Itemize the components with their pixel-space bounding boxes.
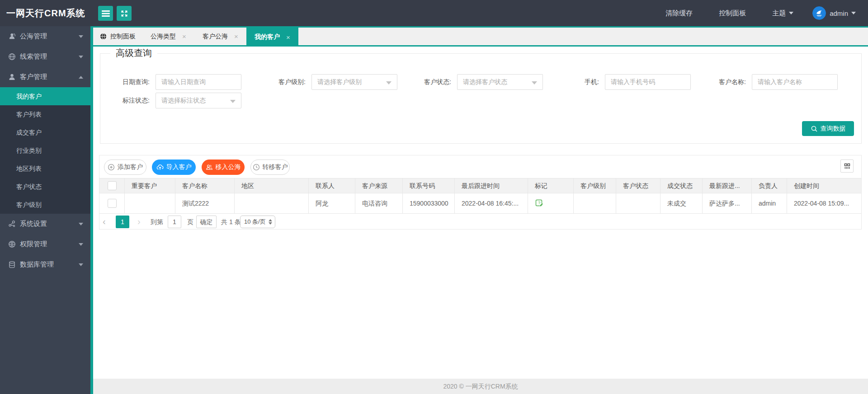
- cell-source: 电话咨询: [355, 193, 403, 213]
- prev-page-button[interactable]: ‹: [103, 216, 106, 228]
- cell-deal-status: 未成交: [660, 193, 703, 213]
- column-header[interactable]: 标记: [528, 178, 574, 193]
- column-header[interactable]: 联系号码: [403, 178, 455, 193]
- person-bust-icon: [8, 33, 16, 40]
- sidebar-item-leads[interactable]: 线索管理: [0, 47, 90, 67]
- customer-status-select[interactable]: 请选择客户状态: [457, 74, 543, 90]
- sidebar-item-settings[interactable]: 系统设置: [0, 214, 90, 234]
- close-icon[interactable]: ×: [234, 33, 238, 40]
- column-header[interactable]: 创建时间: [787, 178, 862, 193]
- cell-status: [616, 193, 660, 213]
- column-header[interactable]: 成交状态: [660, 178, 703, 193]
- mark-status-select[interactable]: 请选择标注状态: [156, 93, 241, 108]
- submenu-item-level[interactable]: 客户级别: [0, 196, 90, 214]
- column-header[interactable]: 最新跟进...: [703, 178, 752, 193]
- table-row[interactable]: 测试2222 阿龙 电话咨询 15900033000 2022-04-08 16…: [99, 193, 861, 214]
- mark-note-icon[interactable]: ?: [535, 199, 544, 208]
- page-size-select[interactable]: 10 条/页: [240, 216, 275, 228]
- column-header[interactable]: 地区: [235, 178, 309, 193]
- top-header: 一网天行CRM系统 清除缓存 控制面板 主题 admin: [0, 0, 868, 26]
- cloud-upload-icon: [156, 164, 164, 171]
- page-number-input[interactable]: 1: [168, 216, 181, 228]
- column-header[interactable]: 客户来源: [355, 178, 403, 193]
- cell-level: [574, 193, 616, 213]
- page-size-value: 10 条/页: [244, 218, 266, 226]
- tab-dashboard[interactable]: 控制面板: [93, 28, 142, 45]
- plus-circle-icon: [108, 164, 115, 171]
- submenu-item-industry[interactable]: 行业类别: [0, 141, 90, 159]
- sidebar-item-customers[interactable]: 客户管理: [0, 67, 90, 87]
- select-placeholder: 请选择客户状态: [463, 78, 507, 85]
- next-page-button[interactable]: ›: [137, 216, 141, 228]
- column-header[interactable]: 最后跟进时间: [455, 178, 528, 193]
- select-placeholder: 请选择标注状态: [161, 97, 206, 104]
- phone-input[interactable]: 请输入手机号码: [605, 74, 691, 90]
- query-data-button[interactable]: 查询数据: [802, 121, 854, 136]
- add-customer-button[interactable]: 添加客户: [104, 159, 146, 175]
- page-unit-label: 页: [187, 216, 193, 228]
- import-customer-button[interactable]: 导入客户: [152, 159, 196, 175]
- column-header[interactable]: 联系人: [309, 178, 355, 193]
- row-checkbox[interactable]: [108, 199, 117, 208]
- field-label: 标注状态:: [95, 97, 150, 105]
- column-header[interactable]: 客户名称: [175, 178, 235, 193]
- tab-label: 控制面板: [110, 33, 136, 41]
- chevron-down-icon: [79, 35, 83, 38]
- chevron-down-icon: [532, 81, 537, 84]
- cell-customer-name: 测试2222: [175, 193, 235, 213]
- select-all-checkbox[interactable]: [108, 181, 117, 190]
- close-icon[interactable]: ×: [286, 33, 290, 41]
- fullscreen-button[interactable]: [117, 6, 132, 21]
- date-query-input[interactable]: 请输入日期查询: [156, 74, 241, 90]
- fullscreen-icon: [121, 10, 128, 17]
- row-checkbox-cell: [99, 193, 125, 213]
- table-card: 添加客户 导入客户 移入公海 转移客户 重要客户 客户名称: [99, 155, 862, 230]
- submenu-item-my-customers[interactable]: 我的客户: [0, 87, 90, 105]
- people-icon: [206, 164, 213, 171]
- collapse-sidebar-button[interactable]: [98, 6, 113, 21]
- customer-level-select[interactable]: 请选择客户级别: [311, 74, 397, 90]
- query-button-label: 查询数据: [821, 125, 846, 133]
- select-placeholder: 请选择客户级别: [317, 78, 362, 85]
- user-menu[interactable]: admin: [830, 9, 848, 17]
- control-panel-link[interactable]: 控制面板: [719, 9, 746, 18]
- sidebar-item-permissions[interactable]: 权限管理: [0, 234, 90, 254]
- theme-menu[interactable]: 主题: [772, 9, 786, 18]
- globe-icon: [100, 33, 107, 40]
- close-icon[interactable]: ×: [182, 33, 186, 40]
- current-page[interactable]: 1: [116, 216, 129, 228]
- clear-cache-link[interactable]: 清除缓存: [665, 9, 693, 18]
- field-phone: 手机: 请输入手机号码: [545, 74, 691, 90]
- header-checkbox-cell: [99, 178, 125, 193]
- field-label: 手机:: [545, 78, 599, 86]
- main-content: 高级查询 日期查询: 请输入日期查询 客户级别: 请选择客户级别 客户状态: 请…: [93, 47, 868, 379]
- chevron-down-icon: [230, 100, 236, 103]
- advanced-query-panel: 高级查询 日期查询: 请输入日期查询 客户级别: 请选择客户级别 客户状态: 请…: [100, 53, 862, 144]
- confirm-page-button[interactable]: 确定: [196, 216, 217, 228]
- submenu-item-customer-list[interactable]: 客户列表: [0, 105, 90, 123]
- field-label: 客户级别:: [251, 78, 306, 86]
- sidebar-item-public-sea[interactable]: 公海管理: [0, 26, 90, 47]
- tab-public-sea-type[interactable]: 公海类型 ×: [142, 28, 194, 45]
- move-to-sea-button[interactable]: 移入公海: [202, 159, 245, 175]
- column-header[interactable]: 负责人: [752, 178, 787, 193]
- field-date-query: 日期查询: 请输入日期查询: [95, 74, 241, 90]
- submenu-item-status[interactable]: 客户状态: [0, 178, 90, 196]
- submenu-item-deal-customers[interactable]: 成交客户: [0, 123, 90, 141]
- column-header[interactable]: 客户状态: [616, 178, 660, 193]
- transfer-customer-button[interactable]: 转移客户: [250, 159, 290, 175]
- tab-customer-sea[interactable]: 客户公海 ×: [194, 28, 246, 45]
- globe-grid-icon: [8, 240, 16, 248]
- tab-my-customers[interactable]: 我的客户 ×: [246, 28, 298, 47]
- sidebar-item-database[interactable]: 数据库管理: [0, 254, 90, 275]
- tab-label: 公海类型: [151, 33, 176, 41]
- avatar[interactable]: [812, 6, 826, 20]
- column-header[interactable]: 客户级别: [574, 178, 616, 193]
- field-label: 日期查询:: [95, 78, 150, 86]
- column-settings-button[interactable]: [840, 159, 854, 173]
- customer-name-input[interactable]: 请输入客户名称: [752, 74, 838, 90]
- submenu-item-region[interactable]: 地区列表: [0, 159, 90, 178]
- column-header[interactable]: 重要客户: [125, 178, 175, 193]
- crm-page: 一网天行CRM系统 清除缓存 控制面板 主题 admin 公海管理 线索管: [0, 0, 868, 394]
- chevron-down-icon: [79, 263, 83, 266]
